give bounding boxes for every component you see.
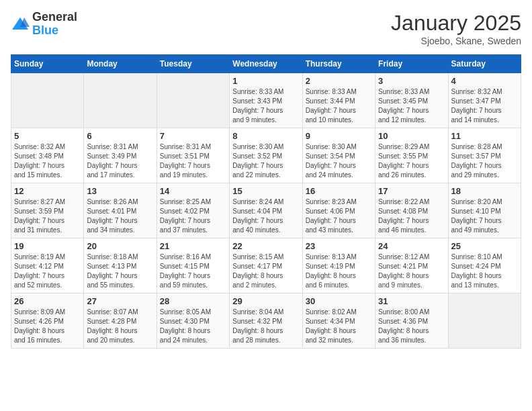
- day-info: Sunrise: 8:33 AM Sunset: 3:45 PM Dayligh…: [378, 87, 445, 125]
- day-number: 20: [87, 241, 153, 251]
- calendar-cell: 11Sunrise: 8:28 AM Sunset: 3:57 PM Dayli…: [448, 128, 521, 183]
- day-info: Sunrise: 8:33 AM Sunset: 3:44 PM Dayligh…: [306, 87, 372, 125]
- day-number: 15: [232, 186, 299, 196]
- calendar-cell: 30Sunrise: 8:02 AM Sunset: 4:34 PM Dayli…: [302, 293, 375, 349]
- calendar-cell: 14Sunrise: 8:25 AM Sunset: 4:02 PM Dayli…: [157, 183, 229, 238]
- day-info: Sunrise: 8:18 AM Sunset: 4:13 PM Dayligh…: [87, 253, 153, 290]
- day-number: 10: [378, 131, 445, 141]
- calendar-table: SundayMondayTuesdayWednesdayThursdayFrid…: [11, 54, 521, 349]
- calendar-cell: [448, 293, 521, 349]
- month-title: January 2025: [391, 11, 521, 36]
- calendar-cell: 27Sunrise: 8:07 AM Sunset: 4:28 PM Dayli…: [84, 293, 157, 349]
- logo-blue-label: Blue: [32, 24, 77, 38]
- day-info: Sunrise: 8:29 AM Sunset: 3:55 PM Dayligh…: [378, 142, 445, 180]
- day-info: Sunrise: 8:00 AM Sunset: 4:36 PM Dayligh…: [378, 308, 445, 345]
- day-number: 8: [232, 131, 299, 141]
- day-number: 18: [451, 186, 518, 196]
- day-info: Sunrise: 8:30 AM Sunset: 3:52 PM Dayligh…: [232, 142, 299, 180]
- day-info: Sunrise: 8:22 AM Sunset: 4:08 PM Dayligh…: [378, 197, 445, 235]
- day-info: Sunrise: 8:32 AM Sunset: 3:47 PM Dayligh…: [451, 87, 518, 125]
- day-info: Sunrise: 8:05 AM Sunset: 4:30 PM Dayligh…: [160, 308, 226, 345]
- calendar-week-row: 12Sunrise: 8:27 AM Sunset: 3:59 PM Dayli…: [11, 183, 521, 238]
- calendar-cell: 23Sunrise: 8:13 AM Sunset: 4:19 PM Dayli…: [302, 238, 375, 293]
- calendar-cell: 3Sunrise: 8:33 AM Sunset: 3:45 PM Daylig…: [375, 73, 448, 128]
- col-header-sunday: Sunday: [11, 55, 84, 73]
- calendar-week-row: 1Sunrise: 8:33 AM Sunset: 3:43 PM Daylig…: [11, 73, 521, 128]
- calendar-cell: [11, 73, 84, 128]
- day-info: Sunrise: 8:26 AM Sunset: 4:01 PM Dayligh…: [87, 197, 153, 235]
- day-info: Sunrise: 8:23 AM Sunset: 4:06 PM Dayligh…: [306, 197, 372, 235]
- calendar-week-row: 19Sunrise: 8:19 AM Sunset: 4:12 PM Dayli…: [11, 238, 521, 293]
- calendar-cell: 28Sunrise: 8:05 AM Sunset: 4:30 PM Dayli…: [157, 293, 229, 349]
- logo-text: General Blue: [32, 11, 77, 38]
- logo-icon: [11, 15, 30, 34]
- day-info: Sunrise: 8:27 AM Sunset: 3:59 PM Dayligh…: [14, 197, 81, 235]
- calendar-header-row: SundayMondayTuesdayWednesdayThursdayFrid…: [11, 55, 521, 73]
- col-header-wednesday: Wednesday: [230, 55, 302, 73]
- calendar-cell: 31Sunrise: 8:00 AM Sunset: 4:36 PM Dayli…: [375, 293, 448, 349]
- calendar-cell: 29Sunrise: 8:04 AM Sunset: 4:32 PM Dayli…: [230, 293, 302, 349]
- calendar-cell: 4Sunrise: 8:32 AM Sunset: 3:47 PM Daylig…: [448, 73, 521, 128]
- day-number: 24: [378, 241, 445, 251]
- day-number: 25: [451, 241, 518, 251]
- day-info: Sunrise: 8:12 AM Sunset: 4:21 PM Dayligh…: [378, 253, 445, 290]
- day-number: 17: [378, 186, 445, 196]
- day-number: 31: [378, 296, 445, 306]
- day-info: Sunrise: 8:16 AM Sunset: 4:15 PM Dayligh…: [160, 253, 226, 290]
- calendar-cell: 15Sunrise: 8:24 AM Sunset: 4:04 PM Dayli…: [230, 183, 302, 238]
- day-number: 13: [87, 186, 153, 196]
- day-info: Sunrise: 8:31 AM Sunset: 3:51 PM Dayligh…: [160, 142, 226, 180]
- calendar-cell: [84, 73, 157, 128]
- day-number: 23: [306, 241, 372, 251]
- calendar-cell: 8Sunrise: 8:30 AM Sunset: 3:52 PM Daylig…: [230, 128, 302, 183]
- calendar-cell: 5Sunrise: 8:32 AM Sunset: 3:48 PM Daylig…: [11, 128, 84, 183]
- day-number: 1: [232, 76, 299, 86]
- day-info: Sunrise: 8:28 AM Sunset: 3:57 PM Dayligh…: [451, 142, 518, 180]
- calendar-cell: [157, 73, 229, 128]
- calendar-cell: 18Sunrise: 8:20 AM Sunset: 4:10 PM Dayli…: [448, 183, 521, 238]
- calendar-cell: 17Sunrise: 8:22 AM Sunset: 4:08 PM Dayli…: [375, 183, 448, 238]
- day-number: 14: [160, 186, 226, 196]
- col-header-thursday: Thursday: [302, 55, 375, 73]
- day-info: Sunrise: 8:19 AM Sunset: 4:12 PM Dayligh…: [14, 253, 81, 290]
- day-info: Sunrise: 8:02 AM Sunset: 4:34 PM Dayligh…: [306, 308, 372, 345]
- day-info: Sunrise: 8:20 AM Sunset: 4:10 PM Dayligh…: [451, 197, 518, 235]
- calendar-cell: 7Sunrise: 8:31 AM Sunset: 3:51 PM Daylig…: [157, 128, 229, 183]
- day-number: 22: [232, 241, 299, 251]
- day-info: Sunrise: 8:09 AM Sunset: 4:26 PM Dayligh…: [14, 308, 81, 345]
- day-number: 27: [87, 296, 153, 306]
- day-info: Sunrise: 8:30 AM Sunset: 3:54 PM Dayligh…: [306, 142, 372, 180]
- day-number: 29: [232, 296, 299, 306]
- calendar-cell: 6Sunrise: 8:31 AM Sunset: 3:49 PM Daylig…: [84, 128, 157, 183]
- day-number: 12: [14, 186, 81, 196]
- page-header: General Blue January 2025 Sjoebo, Skane,…: [11, 11, 521, 46]
- calendar-week-row: 26Sunrise: 8:09 AM Sunset: 4:26 PM Dayli…: [11, 293, 521, 349]
- day-number: 28: [160, 296, 226, 306]
- day-info: Sunrise: 8:07 AM Sunset: 4:28 PM Dayligh…: [87, 308, 153, 345]
- day-number: 21: [160, 241, 226, 251]
- calendar-cell: 12Sunrise: 8:27 AM Sunset: 3:59 PM Dayli…: [11, 183, 84, 238]
- day-number: 9: [306, 131, 372, 141]
- day-number: 5: [14, 131, 81, 141]
- title-section: January 2025 Sjoebo, Skane, Sweden: [391, 11, 521, 46]
- day-number: 2: [306, 76, 372, 86]
- day-info: Sunrise: 8:25 AM Sunset: 4:02 PM Dayligh…: [160, 197, 226, 235]
- calendar-cell: 16Sunrise: 8:23 AM Sunset: 4:06 PM Dayli…: [302, 183, 375, 238]
- calendar-cell: 24Sunrise: 8:12 AM Sunset: 4:21 PM Dayli…: [375, 238, 448, 293]
- col-header-monday: Monday: [84, 55, 157, 73]
- day-info: Sunrise: 8:04 AM Sunset: 4:32 PM Dayligh…: [232, 308, 299, 345]
- col-header-tuesday: Tuesday: [157, 55, 229, 73]
- day-info: Sunrise: 8:10 AM Sunset: 4:24 PM Dayligh…: [451, 253, 518, 290]
- day-number: 4: [451, 76, 518, 86]
- day-number: 30: [306, 296, 372, 306]
- day-number: 19: [14, 241, 81, 251]
- day-number: 26: [14, 296, 81, 306]
- col-header-saturday: Saturday: [448, 55, 521, 73]
- day-info: Sunrise: 8:33 AM Sunset: 3:43 PM Dayligh…: [232, 87, 299, 125]
- day-number: 3: [378, 76, 445, 86]
- calendar-cell: 26Sunrise: 8:09 AM Sunset: 4:26 PM Dayli…: [11, 293, 84, 349]
- day-number: 7: [160, 131, 226, 141]
- calendar-cell: 9Sunrise: 8:30 AM Sunset: 3:54 PM Daylig…: [302, 128, 375, 183]
- col-header-friday: Friday: [375, 55, 448, 73]
- calendar-cell: 2Sunrise: 8:33 AM Sunset: 3:44 PM Daylig…: [302, 73, 375, 128]
